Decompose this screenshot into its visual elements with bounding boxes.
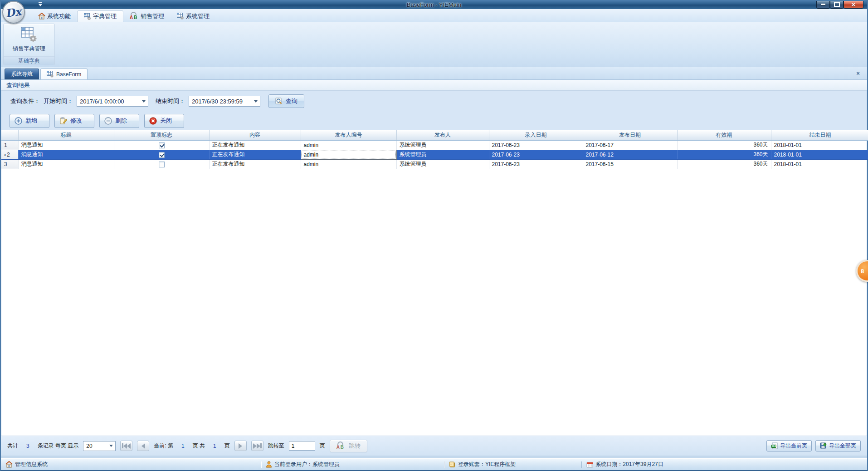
- goto-page-input[interactable]: [289, 441, 315, 451]
- column-header-title[interactable]: 标题: [18, 130, 114, 140]
- first-page-button[interactable]: [120, 441, 132, 451]
- column-header-pinned[interactable]: 置顶标志: [114, 130, 209, 140]
- ribbon-tab-system-admin[interactable]: 系统管理: [171, 10, 216, 22]
- column-header-content[interactable]: 内容: [209, 130, 301, 140]
- cell-publisher[interactable]: 系统管理员: [396, 150, 489, 159]
- last-page-button[interactable]: [251, 441, 263, 451]
- ribbon-tab-dictionary[interactable]: 字典管理: [77, 10, 123, 22]
- cell-pinned[interactable]: [114, 150, 209, 159]
- cell-validity[interactable]: 360天: [677, 150, 771, 159]
- cell-publish-date[interactable]: 2017-06-12: [583, 150, 677, 159]
- cell-validity[interactable]: 360天: [677, 140, 771, 150]
- export-all-pages-button[interactable]: 导出全部页: [815, 440, 861, 451]
- cell-entry-date[interactable]: 2017-06-23: [489, 159, 583, 169]
- column-header-publisher-id[interactable]: 发布人编号: [301, 130, 396, 140]
- column-header-publish-date[interactable]: 发布日期: [583, 130, 677, 140]
- cell-title[interactable]: 消息通知: [18, 150, 114, 159]
- cell-publisher-id-focused[interactable]: admin: [301, 150, 396, 159]
- table-row-selected[interactable]: 2 消息通知 正在发布通知 admin 系统管理员 2017-06-23 201…: [1, 150, 868, 159]
- chevron-down-icon[interactable]: [140, 97, 147, 105]
- search-icon: [275, 98, 283, 105]
- status-system-date-label: 系统日期：2017年39月27日: [595, 461, 663, 468]
- next-page-button[interactable]: [234, 441, 247, 451]
- row-number: 1: [1, 140, 18, 150]
- export-current-label: 导出当前页: [780, 442, 807, 450]
- previous-page-button[interactable]: [137, 441, 149, 451]
- column-header-entry-date[interactable]: 录入日期: [489, 130, 583, 140]
- status-system-date: 系统日期：2017年39月27日: [586, 461, 663, 468]
- divider: [444, 461, 444, 468]
- total-pages: 1: [210, 443, 220, 449]
- maximize-button[interactable]: [830, 1, 844, 9]
- cell-entry-date[interactable]: 2017-06-23: [489, 150, 583, 159]
- cell-end-date[interactable]: 2018-01-01: [771, 140, 868, 150]
- cell-publisher[interactable]: 系统管理员: [396, 140, 489, 150]
- chevron-down-icon[interactable]: [107, 442, 114, 450]
- cell-pinned[interactable]: [114, 140, 209, 150]
- export-all-label: 导出全部页: [829, 442, 856, 450]
- add-button[interactable]: 新增: [10, 114, 49, 128]
- tab-system-navigation[interactable]: 系统导航: [5, 69, 39, 79]
- column-header-validity[interactable]: 有效期: [677, 130, 771, 140]
- end-time-label: 结束时间：: [156, 97, 185, 105]
- app-logo-button[interactable]: Dx: [2, 1, 25, 24]
- search-button[interactable]: 查询: [268, 94, 304, 108]
- start-time-input[interactable]: 2017/6/1 0:00:00: [77, 96, 148, 107]
- cell-publisher-id[interactable]: admin: [301, 159, 396, 169]
- column-header-publisher[interactable]: 发布人: [396, 130, 489, 140]
- chevron-down-icon[interactable]: [252, 97, 259, 105]
- row-number: 2: [1, 150, 18, 159]
- grid-header-row: 标题 置顶标志 内容 发布人编号 发布人 录入日期 发布日期 有效期 结束日期: [1, 130, 868, 140]
- goto-page-label: 页: [320, 442, 325, 450]
- last-page-icon: [257, 443, 260, 449]
- cell-entry-date[interactable]: 2017-06-23: [489, 140, 583, 150]
- checkbox-icon[interactable]: [159, 142, 165, 148]
- cell-publish-date[interactable]: 2017-06-15: [583, 159, 677, 169]
- cell-validity[interactable]: 360天: [677, 159, 771, 169]
- sales-dictionary-button[interactable]: 销售字典管理: [4, 24, 54, 56]
- cell-end-date[interactable]: 2018-01-01: [771, 159, 868, 169]
- cell-title[interactable]: 消息通知: [18, 140, 114, 150]
- cell-publisher[interactable]: 系统管理员: [396, 159, 489, 169]
- user-icon: [266, 461, 272, 468]
- edit-button-label: 修改: [70, 117, 82, 125]
- cell-pinned[interactable]: [114, 159, 209, 169]
- cell-end-date[interactable]: 2018-01-01: [771, 150, 868, 159]
- export-buttons: XLS 导出当前页 导出全部页: [766, 440, 861, 451]
- status-current-user-label: 当前登录用户：系统管理员: [274, 461, 340, 468]
- cell-title[interactable]: 消息通知: [18, 159, 114, 169]
- cell-content[interactable]: 正在发布通知: [209, 150, 301, 159]
- table-row[interactable]: 3 消息通知 正在发布通知 admin 系统管理员 2017-06-23 201…: [1, 159, 868, 169]
- status-account: 登录账套：YIE程序框架: [449, 461, 516, 468]
- cell-content[interactable]: 正在发布通知: [209, 159, 301, 169]
- query-condition-row: 查询条件： 开始时间： 2017/6/1 0:00:00 结束时间： 2017/…: [1, 91, 867, 112]
- close-tab-icon[interactable]: ×: [854, 70, 862, 77]
- goto-button-label: 跳转: [349, 442, 361, 450]
- checkbox-icon[interactable]: [159, 162, 165, 167]
- table-gear-icon: [177, 13, 184, 20]
- export-current-page-button[interactable]: XLS 导出当前页: [766, 440, 812, 451]
- quick-access-dropdown-icon[interactable]: [37, 2, 44, 7]
- close-button-label: 关闭: [160, 117, 172, 125]
- content-panel: 查询条件： 开始时间： 2017/6/1 0:00:00 结束时间： 2017/…: [1, 91, 867, 436]
- column-header-end-date[interactable]: 结束日期: [771, 130, 868, 140]
- cell-publisher-id[interactable]: admin: [301, 140, 396, 150]
- ribbon-tab-system-functions[interactable]: 系统功能: [32, 10, 77, 22]
- cell-content[interactable]: 正在发布通知: [209, 140, 301, 150]
- tab-baseform[interactable]: BaseForm: [40, 69, 88, 79]
- ribbon-body: 销售字典管理 基础字典: [1, 22, 867, 67]
- edit-button[interactable]: 修改: [54, 114, 94, 128]
- close-button[interactable]: 关闭: [144, 114, 184, 128]
- page-size-select[interactable]: 20: [83, 441, 116, 451]
- cell-publish-date[interactable]: 2017-06-17: [583, 140, 677, 150]
- end-time-input[interactable]: 2017/6/30 23:59:59: [189, 96, 260, 107]
- minus-circle-icon: [104, 117, 112, 125]
- minimize-button[interactable]: [816, 1, 830, 9]
- close-window-button[interactable]: [844, 1, 863, 9]
- table-gear-icon: [84, 13, 91, 20]
- table-row[interactable]: 1 消息通知 正在发布通知 admin 系统管理员 2017-06-23 201…: [1, 140, 868, 150]
- checkbox-icon[interactable]: [159, 152, 165, 158]
- goto-button[interactable]: AB 跳转: [330, 440, 367, 452]
- ribbon-tab-sales[interactable]: AB 销售管理: [123, 10, 171, 22]
- delete-button[interactable]: 删除: [99, 114, 139, 128]
